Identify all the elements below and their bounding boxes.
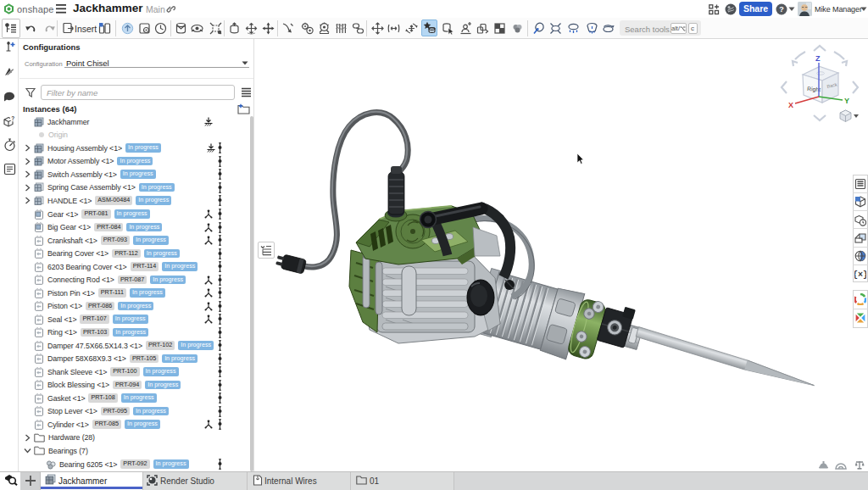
svg-text:X: X	[788, 101, 793, 109]
svg-text:{×}: {×}	[854, 270, 866, 280]
svg-text:?: ?	[11, 115, 14, 121]
svg-text:Y: Y	[844, 97, 849, 105]
svg-text:?: ?	[779, 5, 784, 14]
svg-text:Z: Z	[815, 54, 821, 63]
